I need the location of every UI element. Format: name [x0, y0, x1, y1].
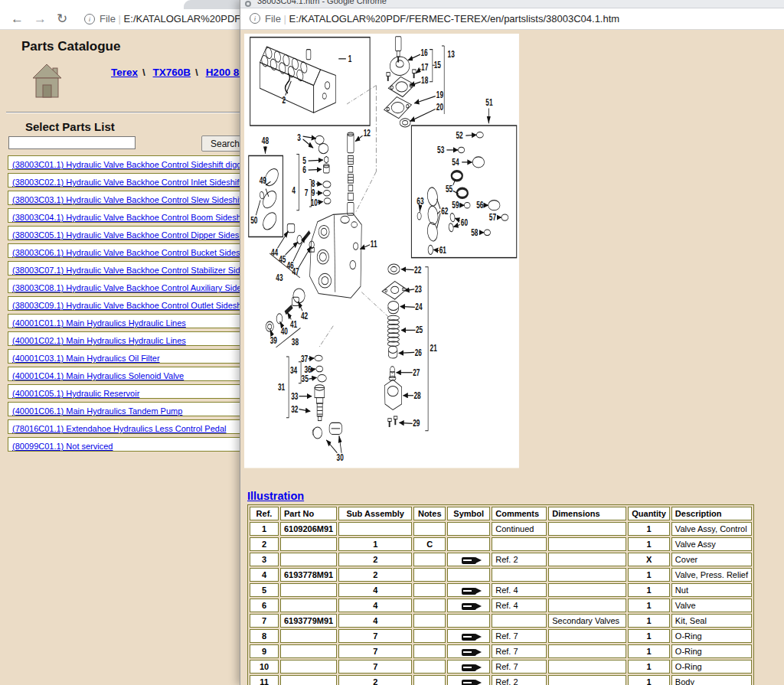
table-cell: 5 [250, 583, 279, 597]
callout-number: 32 [291, 404, 298, 414]
home-icon[interactable] [32, 64, 63, 102]
address-divider: | [119, 13, 121, 24]
parts-list-link[interactable]: (78016C01.1) Extendahoe Hydraulics Less … [12, 424, 226, 433]
breadcrumb-separator: \ [195, 67, 198, 78]
parts-list-link[interactable]: (80099C01.1) Not serviced [12, 442, 113, 451]
table-cell [548, 522, 626, 536]
kit-marker-icon [462, 664, 476, 671]
table-cell: Nut [671, 583, 752, 597]
table-cell: Ref. 4 [492, 583, 547, 597]
callout-number: 38 [292, 338, 299, 347]
file-scheme-label: File [100, 13, 116, 24]
callout-number: 30 [337, 453, 344, 463]
breadcrumb-link-model[interactable]: TX760B [153, 67, 191, 78]
column-header: Comments [492, 507, 547, 520]
table-cell [280, 644, 337, 658]
parts-list-link[interactable]: (38003C09.1) Hydraulic Valve Backhoe Con… [12, 301, 274, 310]
callout-number: 42 [301, 311, 308, 321]
table-cell [338, 522, 412, 536]
callout-number: 31 [278, 382, 285, 392]
table-cell: 4 [250, 568, 279, 582]
address-url[interactable]: E:/KATALOGLAR%20PDF/FERMEC-TEREX/en/part… [289, 13, 620, 24]
table-cell [280, 629, 337, 643]
callout-number: 7 [305, 188, 309, 198]
illustration-link[interactable]: Illustration [247, 490, 304, 502]
callout-number: 40 [281, 327, 288, 337]
table-cell: Ref. 2 [492, 553, 547, 566]
callout-number: 35 [302, 374, 309, 384]
parts-list-link[interactable]: (38003C04.1) Hydraulic Valve Backhoe Con… [12, 213, 273, 222]
back-icon[interactable]: ← [11, 11, 24, 28]
callout-number: 47 [292, 267, 299, 277]
parts-list-link[interactable]: (40001C02.1) Main Hydraulics Hydraulic L… [12, 336, 186, 345]
callout-number: 51 [485, 98, 492, 108]
parts-list-link[interactable]: (40001C06.1) Main Hydraulics Tandem Pump [12, 406, 182, 416]
table-cell [548, 629, 626, 643]
callout-number: 8 [312, 179, 315, 189]
callout-number: 62 [441, 206, 448, 216]
reload-icon[interactable]: ↻ [57, 11, 67, 28]
table-row: 112Ref. 21Body [250, 675, 752, 685]
table-cell: 7 [338, 660, 412, 674]
callout-number: 33 [291, 391, 298, 401]
parts-list-link[interactable]: (40001C04.1) Main Hydraulics Solenoid Va… [12, 371, 184, 380]
breadcrumb-link-terex[interactable]: Terex [111, 67, 138, 78]
callout-number: 18 [421, 76, 428, 86]
table-row: 16109206M91Continued1Valve Assy, Control [250, 522, 752, 536]
table-cell: Valve Assy, Control [671, 522, 752, 536]
table-cell: 1 [628, 568, 670, 582]
column-header: Dimensions [548, 507, 626, 520]
chrome-favicon [245, 1, 251, 7]
table-cell: Ref. 4 [492, 599, 547, 612]
table-cell: 1 [628, 614, 670, 628]
callout-number: 59 [452, 201, 459, 210]
table-row: 76193779M914Secondary Valves1Kit, Seal [250, 614, 752, 628]
callout-number: 57 [489, 213, 496, 223]
parts-table: Ref.Part NoSub AssemblyNotesSymbolCommen… [247, 504, 754, 685]
callout-number: 24 [415, 302, 422, 312]
parts-list-link[interactable]: (38003C02.1) Hydraulic Valve Backhoe Con… [12, 178, 267, 187]
parts-list-link[interactable]: (40001C03.1) Main Hydraulics Oil Filter [12, 354, 160, 363]
table-row: 46193778M9121Valve, Press. Relief [250, 568, 752, 582]
forward-icon[interactable]: → [34, 11, 47, 28]
window-titlebar[interactable]: 38003C04.1.htm - Google Chrome [240, 0, 784, 8]
table-cell [280, 583, 337, 597]
callout-number: 26 [415, 347, 422, 357]
table-cell [548, 675, 626, 685]
table-cell: 4 [338, 583, 412, 597]
search-input[interactable] [8, 136, 136, 149]
table-cell [447, 583, 490, 597]
table-cell [447, 537, 490, 551]
parts-list-link[interactable]: (40001C01.1) Main Hydraulics Hydraulic L… [12, 318, 186, 328]
table-cell [280, 553, 337, 566]
parts-list-link[interactable]: (38003C06.1) Hydraulic Valve Backhoe Con… [12, 248, 277, 257]
table-cell: 7 [338, 644, 412, 658]
table-row: 21C1Valve Assy [250, 537, 752, 551]
table-cell: 10 [250, 660, 279, 674]
callout-number: 41 [290, 319, 297, 329]
page-info-icon[interactable]: i [84, 14, 95, 24]
table-cell [413, 629, 446, 643]
page-info-icon[interactable]: i [250, 13, 260, 24]
table-cell: 2 [338, 568, 412, 582]
callout-number: 9 [312, 188, 315, 198]
table-cell: 1 [628, 599, 670, 612]
table-cell: 7 [338, 629, 412, 643]
table-row: 64Ref. 41Valve [250, 599, 752, 612]
kit-marker-icon [462, 557, 476, 564]
address-divider: | [284, 13, 286, 24]
column-header: Description [671, 507, 752, 520]
table-cell [447, 629, 490, 643]
table-cell: Body [671, 675, 752, 685]
column-header: Part No [280, 507, 337, 520]
address-url[interactable]: E:/KATALOGLAR%20PDF/ [124, 13, 243, 24]
table-cell: 1 [628, 675, 670, 685]
callout-number: 11 [371, 239, 377, 249]
callout-number: 61 [439, 246, 446, 256]
parts-list-link[interactable]: (40001C05.1) Hydraulic Reservoir [12, 389, 139, 398]
table-cell: 1 [250, 522, 279, 536]
callout-number: 1 [348, 54, 352, 64]
table-cell [548, 583, 626, 597]
parts-list-link[interactable]: (38003C03.1) Hydraulic Valve Backhoe Con… [12, 195, 270, 204]
parts-list-link[interactable]: (38003C05.1) Hydraulic Valve Backhoe Con… [12, 230, 276, 240]
